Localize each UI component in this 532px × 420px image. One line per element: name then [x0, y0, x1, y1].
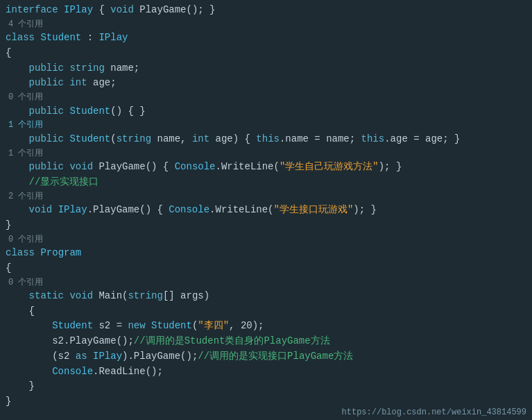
code-block: interface IPlay { void PlayGame(); } 4 个… [0, 0, 532, 420]
line-s2-new: Student s2 = new Student("李四", 20); [6, 319, 526, 334]
line-brace-open1: { [6, 46, 526, 61]
line-name-field: public string name; [6, 61, 526, 76]
ref-count-1a: 1 个引用 [6, 119, 526, 132]
line-brace-open3: { [6, 304, 526, 319]
ref-count-0c: 0 个引用 [6, 276, 526, 289]
line-brace-close3: } [6, 379, 526, 394]
ref-count-0a: 0 个引用 [6, 91, 526, 104]
line-interface: interface IPlay { void PlayGame(); } [6, 3, 526, 18]
line-comment-show: //显示实现接口 [6, 175, 526, 190]
line-readline: Console.ReadLine(); [6, 364, 526, 380]
line-iplay-impl: void IPlay.PlayGame() { Console.WriteLin… [6, 203, 526, 218]
line-brace-close1: } [6, 218, 526, 233]
line-ctor-default: public Student() { } [6, 104, 526, 119]
line-class-program: class Program [6, 246, 526, 261]
line-playgame-own: public void PlayGame() { Console.WriteLi… [6, 160, 526, 175]
line-s2-as: (s2 as IPlay).PlayGame();//调用的是实现接口PlayG… [6, 349, 526, 364]
line-main-sig: static void Main(string[] args) [6, 289, 526, 304]
ref-count-1b: 1 个引用 [6, 147, 526, 160]
line-ctor-params: public Student(string name, int age) { t… [6, 132, 526, 147]
blog-link: https://blog.csdn.net/weixin_43814599 [342, 408, 526, 417]
line-s2-play: s2.PlayGame();//调用的是Student类自身的PlayGame方… [6, 334, 526, 349]
line-class-student: class Student : IPlay [6, 31, 526, 46]
ref-count-4: 4 个引用 [6, 18, 526, 31]
line-brace-open2: { [6, 261, 526, 276]
ref-count-2: 2 个引用 [6, 190, 526, 203]
line-age-field: public int age; [6, 76, 526, 91]
ref-count-0b: 0 个引用 [6, 233, 526, 246]
